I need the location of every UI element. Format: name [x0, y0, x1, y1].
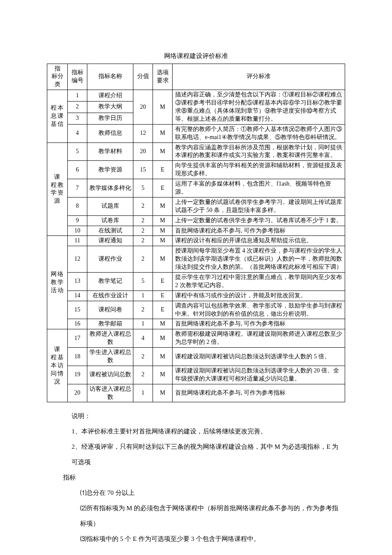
table-row: 8试题库2M上传一定数量的试题试卷供学生参考学习。建设期间上传试题库试题不少于 …	[47, 197, 345, 215]
num-cell: 19	[68, 366, 87, 384]
name-cell: 学生进入课程总数	[87, 348, 133, 366]
opt-cell: E	[153, 301, 173, 319]
score-cell: 1	[133, 319, 153, 329]
criteria-cell: 课程建设期间课程被访问总数须达到选课学生人数的 20 倍。全年级授课的大课课程可…	[173, 366, 345, 384]
opt-cell: M	[153, 319, 173, 329]
opt-cell: M	[153, 142, 173, 161]
table-row: 程本息课基信1课程介绍20M描述内容正确，至少清楚包含以下内容：①课程目标②课程…	[47, 90, 345, 102]
num-cell: 2	[68, 102, 87, 113]
criteria-cell: 首批网络课程此条不参与, 可作为参考指标	[173, 319, 345, 329]
table-row: 课 程教学资源5教学材料20M教学内容应涵盖教学目标所涉及范围，根据教学计划，同…	[47, 142, 345, 161]
note-sub: ⑶指标项中的 5 个 E 作为可选项至少要 3 个包含于网络课程中。	[72, 531, 341, 546]
name-cell: 访客进入课程总数	[87, 384, 133, 402]
standards-table: 指 标分类 指标编号 指标名称 分值 选项要求 评分标准 程本息课基信1课程介绍…	[47, 64, 345, 403]
criteria-cell: 运用了丰富的多媒体材料，包含图片、f1ash、视频等特色资源。	[173, 179, 345, 198]
score-cell: 2	[133, 215, 153, 226]
num-cell: 6	[68, 161, 87, 179]
notes-section: 说明： 1、本评价标准主要针对首批网络课程的建设，后续将继续更改完善。 2、经逐…	[47, 408, 345, 546]
criteria-cell: 向学生提供丰富的与学科相关的资源和辅助材料，资源链接及表现形式多样。	[173, 161, 345, 179]
num-cell: 20	[68, 384, 87, 402]
table-row: 网络教学活动11课程通知2M课程的设计有相应的开课信息通知及帮助提示信息。	[47, 236, 345, 246]
table-row: 13教学笔记5E提示学生在学习过程中需注意的重点难点，教学期间内至少发布 2 次…	[47, 272, 345, 291]
criteria-cell: 教学内容应涵盖教学目标所涉及范围，根据教学计划，同时提供本课程的教案和课件或实习…	[173, 142, 345, 161]
opt-cell: M	[153, 384, 173, 402]
num-cell: 13	[68, 272, 87, 291]
num-cell: 3	[68, 113, 87, 124]
note-line: 2、经逐项评审，只有同时达到以下三条的视为网络课程建设合格，其中 M 为必选项指…	[72, 439, 341, 470]
name-cell: 教师进入课程总数	[87, 329, 133, 348]
table-header-row: 指 标分类 指标编号 指标名称 分值 选项要求 评分标准	[47, 64, 345, 90]
name-cell: 教师信息	[87, 124, 133, 142]
col-opt: 选项要求	[153, 64, 173, 90]
score-cell: 2	[133, 348, 153, 366]
criteria-cell: 调查内容可以包括教学效果、教学形式等，鼓励学生参与到课程中来。针对回收到的有价值…	[173, 301, 345, 319]
score-cell: 1	[133, 384, 153, 402]
table-row: 7教学媒体多样化5E运用了丰富的多媒体材料，包含图片、f1ash、视频等特色资源…	[47, 179, 345, 198]
score-cell: 2	[133, 246, 153, 273]
opt-cell: E	[153, 291, 173, 301]
criteria-cell: 上传一定数量的试题试卷供学生参考学习。建设期间上传试题库试题不少于 50 条，且…	[173, 197, 345, 215]
name-cell: 教学邮箱	[87, 319, 133, 329]
opt-cell: M	[153, 348, 173, 366]
score-cell: 5	[133, 272, 153, 291]
name-cell: 课程介绍	[87, 90, 133, 102]
note-sub: ⑵所有指标项为 M 的必须包含于网络课程中（标明首批网络课程此条不参与的，作为参…	[72, 500, 341, 531]
table-row: 15课程问卷2E调查内容可以包括教学效果、教学形式等，鼓励学生参与到课程中来。针…	[47, 301, 345, 319]
note-heading: 说明：	[72, 408, 341, 424]
score-cell: 2	[133, 236, 153, 246]
score-cell: 12	[133, 124, 153, 142]
name-cell: 教学大纲	[87, 102, 133, 113]
note-line-continuation: 指标	[63, 470, 341, 485]
score-cell: 1	[133, 291, 153, 301]
score-cell: 4	[133, 329, 153, 348]
name-cell: 教学日历	[87, 113, 133, 124]
name-cell: 在线测试	[87, 226, 133, 236]
table-row: 10在线测试2M首批网络课程此条不参与, 可作为参考指标	[47, 226, 345, 236]
score-cell: 20	[133, 142, 153, 161]
note-line: 1、本评价标准主要针对首批网络课程的建设，后续将继续更改完善。	[72, 424, 341, 439]
criteria-cell: 课程建设期间课程被访问总数须达到选课学生人数的 5 倍。	[173, 348, 345, 366]
criteria-cell: 授课期间每学期至少布置 4 次课程作业，参与课程作业的学生人数须达到该学期选课学…	[173, 246, 345, 273]
opt-cell: M	[153, 90, 173, 125]
opt-cell: E	[153, 161, 173, 179]
name-cell: 试卷库	[87, 215, 133, 226]
table-row: 19课程被访问总数2M课程建设期间课程被访问总数须达到选课学生人数的 20 倍。…	[47, 366, 345, 384]
num-cell: 11	[68, 236, 87, 246]
score-cell: 20	[133, 90, 153, 125]
name-cell: 课程被访问总数	[87, 366, 133, 384]
num-cell: 18	[68, 348, 87, 366]
name-cell: 课程作业	[87, 246, 133, 273]
category-cell: 程本息课基信	[47, 90, 68, 142]
opt-cell: M	[153, 124, 173, 142]
category-cell: 课 程教学资源	[47, 142, 68, 236]
name-cell: 教学材料	[87, 142, 133, 161]
num-cell: 17	[68, 329, 87, 348]
num-cell: 15	[68, 301, 87, 319]
opt-cell: M	[153, 246, 173, 273]
num-cell: 14	[68, 291, 87, 301]
col-name: 指标名称	[87, 64, 133, 90]
name-cell: 教学资源	[87, 161, 133, 179]
score-cell: 15	[133, 161, 153, 179]
table-row: 4教师信息12M有完整的教师个人简历：①教师个人基本情况②教师个人图片③联系电话…	[47, 124, 345, 142]
name-cell: 教学媒体多样化	[87, 179, 133, 198]
opt-cell: E	[153, 272, 173, 291]
opt-cell: M	[153, 329, 173, 348]
criteria-cell: 提示学生在学习过程中需注意的重点难点，教学期间内至少发布 2 次教学笔记内容。	[173, 272, 345, 291]
score-cell: 5	[133, 179, 153, 198]
table-row: 14在线作业设计1E课程中有练习或作业的设计，并能及时批改回复。	[47, 291, 345, 301]
num-cell: 4	[68, 124, 87, 142]
num-cell: 9	[68, 215, 87, 226]
criteria-cell: 有完整的教师个人简历：①教师个人基本情况②教师个人图片③联系电话、e-mai1④…	[173, 124, 345, 142]
num-cell: 10	[68, 226, 87, 236]
table-row: 18学生进入课程总数2M课程建设期间课程被访问总数须达到选课学生人数的 5 倍。	[47, 348, 345, 366]
name-cell: 试题库	[87, 197, 133, 215]
criteria-cell: 首批网络课程此条不参与, 可作为参考指标	[173, 384, 345, 402]
name-cell: 课程问卷	[87, 301, 133, 319]
table-row: 20访客进入课程总数1M首批网络课程此条不参与, 可作为参考指标	[47, 384, 345, 402]
col-score: 分值	[133, 64, 153, 90]
criteria-cell: 课程的设计有相应的开课信息通知及帮助提示信息。	[173, 236, 345, 246]
table-row: 6教学资源15E向学生提供丰富的与学科相关的资源和辅助材料，资源链接及表现形式多…	[47, 161, 345, 179]
category-cell: 课 程基本访问情况	[47, 329, 68, 402]
num-cell: 7	[68, 179, 87, 198]
